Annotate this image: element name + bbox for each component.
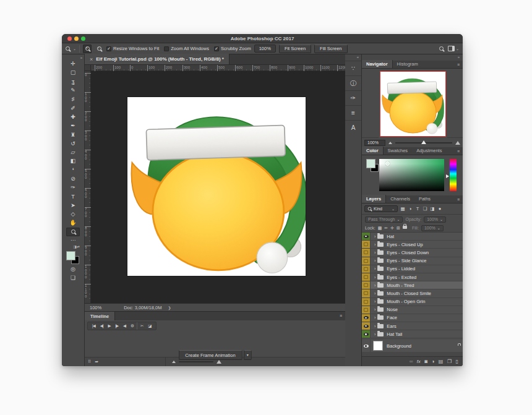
brush-presets-panel-icon[interactable]: ✑ bbox=[345, 90, 361, 105]
blur-tool[interactable]: ❛ bbox=[66, 166, 80, 174]
expand-group-icon[interactable]: › bbox=[374, 242, 375, 247]
type-tool[interactable]: T bbox=[66, 192, 80, 200]
screen-mode-button[interactable]: ❏ bbox=[66, 273, 80, 282]
navigator-zoom-out-icon[interactable] bbox=[388, 142, 392, 144]
brush-tool[interactable]: ✒ bbox=[66, 121, 80, 130]
expand-group-icon[interactable]: › bbox=[374, 234, 375, 239]
next-frame-button[interactable]: |▶ bbox=[113, 323, 120, 328]
crop-tool[interactable]: ♯ bbox=[66, 95, 80, 103]
zoom-out-timeline-icon[interactable] bbox=[172, 361, 176, 363]
workspace-icon[interactable] bbox=[448, 46, 455, 51]
create-frame-animation-button[interactable]: Create Frame Animation bbox=[178, 350, 242, 360]
visibility-toggle[interactable] bbox=[362, 281, 371, 289]
create-animation-dropdown-icon[interactable]: ▾ bbox=[244, 350, 252, 360]
zoom-tool-icon[interactable] bbox=[66, 46, 70, 51]
zoom-percent-field[interactable]: 100% bbox=[254, 45, 276, 53]
visibility-toggle[interactable] bbox=[362, 241, 371, 248]
layer-row[interactable]: ›Eyes - Closed Up bbox=[362, 241, 463, 249]
filter-shape-layers-icon[interactable]: ❏ bbox=[422, 206, 428, 212]
expand-dock-icon[interactable]: « bbox=[345, 54, 361, 61]
color-picker-ring[interactable] bbox=[385, 161, 390, 166]
layer-row[interactable]: ›Face bbox=[362, 314, 463, 322]
lock-artboard-icon[interactable]: ⊞ bbox=[397, 226, 400, 231]
expand-group-icon[interactable]: › bbox=[374, 299, 375, 304]
close-document-icon[interactable]: × bbox=[90, 56, 93, 62]
fill-dropdown[interactable]: 100%⌄ bbox=[421, 225, 444, 231]
tab-swatches[interactable]: Swatches bbox=[384, 147, 413, 155]
lasso-tool[interactable]: ʓ bbox=[66, 77, 80, 86]
healing-brush-tool[interactable]: ✚ bbox=[66, 113, 80, 121]
expand-group-icon[interactable]: › bbox=[374, 283, 375, 288]
zoom-in-button[interactable]: + bbox=[83, 45, 92, 53]
layer-row[interactable]: ›Hat Tail bbox=[362, 330, 463, 338]
layer-row[interactable]: ›Hat bbox=[362, 233, 463, 241]
move-tool[interactable]: ✛ bbox=[66, 59, 80, 68]
visibility-toggle[interactable] bbox=[362, 322, 371, 330]
opacity-dropdown[interactable]: 100%⌄ bbox=[424, 216, 446, 223]
timeline-menu-icon[interactable]: ≡ bbox=[340, 314, 342, 318]
visibility-toggle[interactable] bbox=[362, 273, 371, 281]
document-tab[interactable]: × Elf Emoji Tutorial.psd @ 100% (Mouth -… bbox=[85, 54, 230, 64]
layer-row[interactable]: ›Eyes - Lidded bbox=[362, 265, 463, 273]
filter-adjustment-layers-icon[interactable]: ◑ bbox=[407, 206, 413, 212]
previous-frame-button[interactable]: ◀| bbox=[98, 323, 105, 328]
saturation-brightness-field[interactable] bbox=[379, 159, 444, 191]
navigator-zoom-in-icon[interactable] bbox=[455, 141, 460, 145]
visibility-toggle[interactable] bbox=[362, 298, 371, 306]
foreground-color-swatch[interactable] bbox=[66, 251, 75, 260]
tab-layers[interactable]: Layers bbox=[362, 195, 386, 203]
eyedropper-tool[interactable]: ✐ bbox=[66, 103, 80, 112]
tab-color[interactable]: Color bbox=[362, 147, 384, 155]
convert-timeline-icon[interactable]: ➦ bbox=[95, 359, 98, 364]
checkbox-scrubby-zoom[interactable]: ✓Scrubby Zoom bbox=[214, 46, 251, 51]
tab-navigator[interactable]: Navigator bbox=[362, 60, 393, 68]
visibility-toggle[interactable] bbox=[362, 314, 371, 322]
tab-paths[interactable]: Paths bbox=[414, 195, 435, 203]
layer-row[interactable]: ›Mouth - Tired bbox=[362, 281, 463, 289]
workspace-chevron-icon[interactable]: ⌄ bbox=[456, 46, 459, 51]
zoom-in-timeline-icon[interactable] bbox=[217, 360, 221, 364]
expand-group-icon[interactable]: › bbox=[374, 259, 375, 263]
filter-type-layers-icon[interactable]: T bbox=[414, 206, 421, 212]
quick-selection-tool[interactable]: ✎ bbox=[66, 86, 80, 95]
visibility-toggle[interactable] bbox=[362, 257, 371, 265]
mute-audio-button[interactable]: ◀ bbox=[121, 323, 127, 328]
play-button[interactable]: ▶ bbox=[106, 323, 112, 328]
expand-group-icon[interactable]: › bbox=[374, 275, 375, 280]
hue-slider[interactable] bbox=[450, 159, 457, 191]
slider-thumb[interactable] bbox=[421, 140, 426, 144]
checkbox-resize-windows-to-fit[interactable]: ✓Resize Windows to Fit bbox=[106, 46, 159, 51]
hand-tool[interactable]: ✋ bbox=[66, 218, 80, 227]
pen-tool[interactable]: ✑ bbox=[66, 183, 80, 192]
blend-mode-dropdown[interactable]: Pass Through⌄ bbox=[365, 216, 403, 223]
layer-row-background[interactable]: Background bbox=[362, 340, 463, 352]
split-clip-button[interactable]: ✂ bbox=[139, 323, 145, 328]
tool-preset-chevron-icon[interactable]: ⌄ bbox=[73, 46, 76, 51]
filter-kind-dropdown[interactable]: Kind ⌄ bbox=[364, 205, 398, 212]
expand-group-icon[interactable]: › bbox=[374, 291, 375, 296]
lock-position-icon[interactable]: ✛ bbox=[390, 226, 394, 231]
layers-menu-icon[interactable]: ≡ bbox=[457, 197, 460, 202]
marquee-tool[interactable]: ▢ bbox=[66, 68, 80, 77]
visibility-toggle[interactable] bbox=[362, 340, 371, 352]
layer-row[interactable]: ›Eyes - Side Glance bbox=[362, 257, 463, 265]
adjustment-layer-icon[interactable]: ◑ bbox=[432, 359, 435, 365]
tab-histogram[interactable]: Histogram bbox=[393, 60, 423, 68]
quick-mask-button[interactable]: ◎ bbox=[66, 265, 80, 273]
layer-style-icon[interactable]: fx bbox=[417, 359, 421, 365]
layer-mask-icon[interactable]: ◙ bbox=[424, 359, 427, 365]
properties-panel-icon[interactable]: ≡ bbox=[345, 105, 361, 120]
eraser-tool[interactable]: ▱ bbox=[66, 148, 80, 156]
fill-screen-button[interactable]: Fill Screen bbox=[314, 45, 347, 53]
expand-group-icon[interactable]: › bbox=[374, 324, 375, 328]
path-selection-tool[interactable]: ➤ bbox=[66, 201, 80, 210]
visibility-toggle[interactable] bbox=[362, 249, 371, 256]
shape-tool[interactable]: ◇ bbox=[66, 210, 80, 218]
transition-button[interactable]: ◪ bbox=[146, 323, 153, 328]
expand-group-icon[interactable]: › bbox=[374, 267, 375, 271]
visibility-toggle[interactable] bbox=[362, 265, 371, 273]
layer-row[interactable]: ›Eyes - Excited bbox=[362, 273, 463, 281]
frames-mode-icon[interactable]: ⠿ bbox=[88, 359, 91, 364]
expand-group-icon[interactable]: › bbox=[374, 307, 375, 312]
navigator-proxy-view[interactable] bbox=[380, 72, 445, 136]
